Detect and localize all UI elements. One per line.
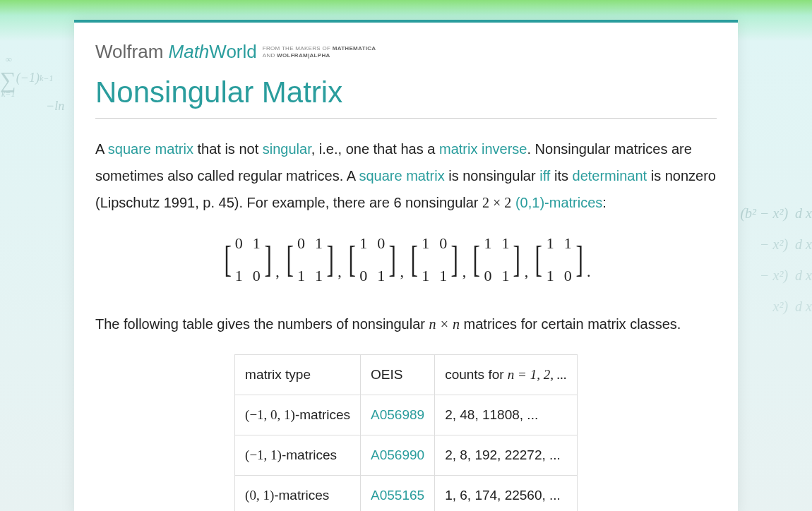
oeis-link[interactable]: A055165 bbox=[371, 488, 424, 503]
link-determinant[interactable]: determinant bbox=[573, 168, 647, 184]
page-title: Nonsingular Matrix bbox=[95, 76, 717, 119]
matrix-5: [1101], bbox=[470, 229, 528, 291]
logo-text: Wolfram MathWorld bbox=[95, 41, 257, 63]
matrices-display: [0110],[0111],[1001],[1011],[1101],[1110… bbox=[95, 229, 717, 291]
table-row: (−1, 0, 1)-matricesA0569892, 48, 11808, … bbox=[235, 395, 578, 435]
table-intro-paragraph: The following table gives the numbers of… bbox=[95, 311, 717, 337]
link-iff[interactable]: iff bbox=[539, 168, 550, 184]
intro-paragraph: A square matrix that is not singular, i.… bbox=[95, 136, 717, 216]
matrix-4: [1011], bbox=[408, 229, 466, 291]
table-row: (0, 1)-matricesA0551651, 6, 174, 22560, … bbox=[235, 475, 578, 511]
main-content-card: Wolfram MathWorld FROM THE MAKERS OF MAT… bbox=[74, 20, 738, 511]
table-row: (−1, 1)-matricesA0569902, 8, 192, 22272,… bbox=[235, 435, 578, 475]
link-square-matrix-2[interactable]: square matrix bbox=[359, 168, 445, 184]
counts-table: matrix typeOEIScounts for n = 1, 2, ...(… bbox=[234, 354, 578, 511]
bg-decor-left-sum: ∑(−1)k−1 k=1 ∞ bbox=[0, 67, 53, 104]
oeis-link[interactable]: A056990 bbox=[371, 447, 424, 462]
matrix-2: [0111], bbox=[284, 229, 342, 291]
link-matrix-inverse[interactable]: matrix inverse bbox=[439, 141, 527, 157]
oeis-link[interactable]: A056989 bbox=[371, 407, 424, 422]
matrix-6: [1110]. bbox=[532, 229, 590, 291]
matrix-3: [1001], bbox=[346, 229, 404, 291]
bg-decor-left-ln: −ln bbox=[46, 99, 64, 114]
bg-decor-right: (b² − x²) d x − x²) d x − x²) d x x²) d … bbox=[740, 198, 812, 322]
link-singular[interactable]: singular bbox=[263, 141, 311, 157]
logo-tagline: FROM THE MAKERS OF MATHEMATICA AND WOLFR… bbox=[263, 45, 376, 59]
matrix-1: [0110], bbox=[222, 229, 280, 291]
link-01-matrices[interactable]: (0,1)-matrices bbox=[515, 195, 602, 210]
link-square-matrix[interactable]: square matrix bbox=[108, 141, 193, 157]
site-logo[interactable]: Wolfram MathWorld FROM THE MAKERS OF MAT… bbox=[95, 41, 717, 63]
article-body: A square matrix that is not singular, i.… bbox=[95, 136, 717, 511]
table-header-row: matrix typeOEIScounts for n = 1, 2, ... bbox=[235, 354, 578, 395]
